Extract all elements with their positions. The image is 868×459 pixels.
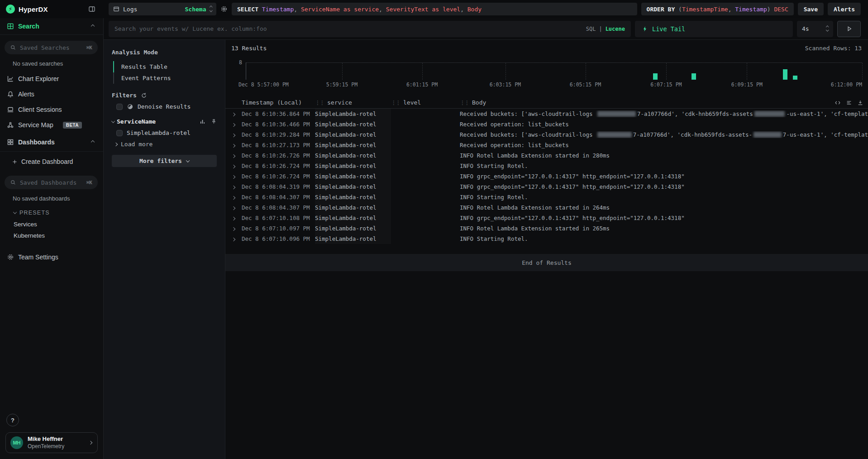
sidebar-item-chart-explorer[interactable]: Chart Explorer [0,71,103,86]
table-row[interactable]: Dec 8 6:10:36.466 PMSimpleLambda-rotelRe… [225,119,868,129]
table-row[interactable]: Dec 8 6:07:10.096 PMSimpleLambda-rotelIN… [225,234,868,244]
filter-checkbox[interactable] [116,130,123,136]
saved-dashboards-input[interactable]: Saved Dashboards ⌘K [5,176,98,189]
table-row[interactable]: Dec 8 6:07:10.108 PMSimpleLambda-rotelIN… [225,213,868,223]
chart-bar[interactable] [793,76,797,80]
table-row[interactable]: Dec 8 6:10:36.864 PMSimpleLambda-rotelRe… [225,109,868,119]
mode-event-patterns[interactable]: Event Patterns [114,72,217,84]
chevron-right-icon [232,227,235,231]
sidebar-section-search[interactable]: Search [0,18,103,35]
source-selector[interactable]: Logs Schema [109,3,216,15]
chart-bar[interactable] [653,73,658,80]
filter-group-servicename[interactable]: ServiceName [112,118,217,125]
pin-icon[interactable] [211,119,217,124]
order-by-input[interactable]: ORDER BY (TimestampTime, Timestamp) DESC [641,3,794,15]
download-icon[interactable] [857,100,863,106]
language-toggle[interactable]: SQL | Lucene [586,26,625,32]
event-search-input[interactable] [114,25,586,32]
query-token: Body [467,6,482,13]
row-expander[interactable] [231,163,242,169]
col-header-level[interactable]: ⋮⋮level [391,99,460,106]
hyperdx-app: ⚡ HyperDX Logs Schema SELECT Timestamp, … [0,0,868,459]
source-settings-gear-icon[interactable] [220,5,228,13]
col-header-service[interactable]: ⋮⋮service [315,99,391,106]
cell-body: INFO grpc_endpoint="127.0.0.1:4317" http… [460,215,868,221]
denoise-checkbox[interactable] [116,104,123,110]
row-expander[interactable] [231,235,242,242]
dashboards-icon [7,139,14,146]
row-expander[interactable] [231,204,242,211]
table-row[interactable]: Dec 8 6:08:04.319 PMSimpleLambda-rotelIN… [225,182,868,192]
drag-handle-icon[interactable]: ⋮⋮ [460,100,469,106]
row-expander[interactable] [231,131,242,138]
row-expander[interactable] [231,152,242,159]
chart-bar[interactable] [783,69,787,80]
sidebar-section-dashboards[interactable]: Dashboards [0,134,103,150]
row-expander[interactable] [231,183,242,190]
sql-option[interactable]: SQL [586,26,596,32]
alerts-button[interactable]: Alerts [828,3,861,15]
search-row: SQL | Lucene Live Tail 4s [104,18,868,40]
create-dashboard-button[interactable]: Create Dashboard [0,153,103,170]
histogram-plot[interactable] [246,62,862,80]
row-expander[interactable] [231,110,242,117]
mini-chart-icon[interactable] [200,119,205,124]
chart-bar[interactable] [692,73,696,80]
results-histogram[interactable]: 8 [225,52,868,80]
table-row[interactable]: Dec 8 6:10:26.724 PMSimpleLambda-rotelIN… [225,161,868,171]
chevron-up-icon[interactable] [91,24,95,28]
help-button[interactable]: ? [6,414,19,426]
sidebar-item-alerts[interactable]: Alerts [0,86,103,102]
denoise-results-option[interactable]: Denoise Results [112,99,217,111]
preset-item-services[interactable]: Services [0,219,103,230]
code-view-icon[interactable] [835,100,841,106]
sidebar-item-service-map[interactable]: Service Map BETA [0,117,103,133]
schema-label[interactable]: Schema [185,6,206,13]
laptop-icon [7,106,14,113]
row-expander[interactable] [231,215,242,221]
cell-timestamp: Dec 8 6:07:10.096 PM [242,235,315,242]
col-header-timestamp[interactable]: Timestamp (Local) [242,99,315,106]
row-expander[interactable] [231,173,242,180]
column-settings-icon[interactable] [846,100,852,106]
more-filters-button[interactable]: More filters [112,155,217,167]
chevron-right-icon [232,217,235,220]
table-row[interactable]: Dec 8 6:10:27.173 PMSimpleLambda-rotelRe… [225,140,868,150]
drag-handle-icon[interactable]: ⋮⋮ [315,100,324,106]
select-query-input[interactable]: SELECT Timestamp, ServiceName as service… [232,3,637,15]
preset-item-kubernetes[interactable]: Kubernetes [0,230,103,241]
save-button[interactable]: Save [798,3,824,15]
refresh-interval-selector[interactable]: 4s [797,21,833,37]
table-row[interactable]: Dec 8 6:10:29.284 PMSimpleLambda-rotelRe… [225,129,868,140]
presets-toggle[interactable]: PRESETS [0,206,103,219]
table-row[interactable]: Dec 8 6:08:04.307 PMSimpleLambda-rotelIN… [225,202,868,213]
mode-results-table[interactable]: Results Table [114,61,217,72]
drag-handle-icon[interactable]: ⋮⋮ [391,100,400,106]
cell-service: SimpleLambda-rotel [315,171,391,182]
row-expander[interactable] [231,225,242,232]
row-expander[interactable] [231,142,242,148]
saved-searches-input[interactable]: Saved Searches ⌘K [5,41,98,54]
chevron-up-icon[interactable] [91,140,95,143]
row-expander[interactable] [231,194,242,201]
chevron-updown-icon [210,6,212,12]
cell-body: INFO Rotel Lambda Extension started in 2… [460,225,868,232]
table-row[interactable]: Dec 8 6:08:04.307 PMSimpleLambda-rotelIN… [225,192,868,202]
filter-value-simplelambda-rotel[interactable]: SimpleLambda-rotel [112,125,217,137]
load-more-button[interactable]: Load more [112,137,217,148]
sidebar-item-team-settings[interactable]: Team Settings [0,249,103,265]
sidebar-item-client-sessions[interactable]: Client Sessions [0,102,103,117]
play-button[interactable] [837,21,861,37]
refresh-icon[interactable] [141,92,147,99]
row-expander[interactable] [231,121,242,128]
hyperdx-logo[interactable]: ⚡ HyperDX [6,5,48,14]
table-row[interactable]: Dec 8 6:10:26.724 PMSimpleLambda-rotelIN… [225,171,868,182]
event-search-box[interactable]: SQL | Lucene [109,21,631,37]
live-tail-button[interactable]: Live Tail [635,21,793,37]
table-row[interactable]: Dec 8 6:10:26.726 PMSimpleLambda-rotelIN… [225,150,868,161]
lucene-option[interactable]: Lucene [606,26,625,32]
table-row[interactable]: Dec 8 6:07:10.097 PMSimpleLambda-rotelIN… [225,223,868,234]
col-header-body[interactable]: ⋮⋮Body [460,99,868,106]
sidebar-collapse-icon[interactable] [88,5,95,13]
user-menu[interactable]: MH Mike Heffner OpenTelemetry [5,432,98,453]
